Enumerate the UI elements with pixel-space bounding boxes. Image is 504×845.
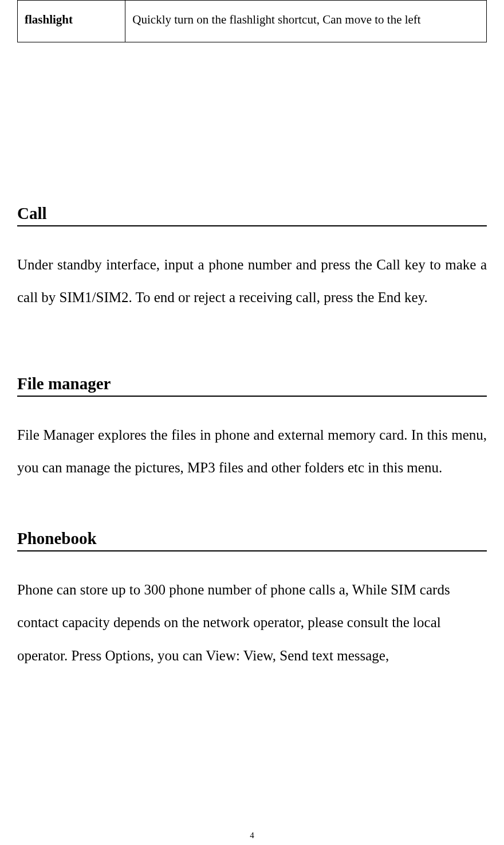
page-content: flashlight Quickly turn on the flashligh…: [0, 0, 504, 672]
heading-filemanager: File manager: [17, 374, 487, 397]
heading-phonebook: Phonebook: [17, 529, 487, 551]
spacer: [17, 314, 487, 374]
shortcut-table: flashlight Quickly turn on the flashligh…: [17, 0, 487, 42]
table-cell-desc: Quickly turn on the flashlight shortcut,…: [125, 1, 487, 42]
page-number: 4: [0, 831, 504, 840]
heading-call: Call: [17, 204, 487, 226]
body-filemanager: File Manager explores the files in phone…: [17, 418, 487, 484]
table-row: flashlight Quickly turn on the flashligh…: [18, 1, 487, 42]
body-phonebook: Phone can store up to 300 phone number o…: [17, 573, 487, 672]
body-call: Under standby interface, input a phone n…: [17, 248, 487, 314]
spacer: [17, 484, 487, 529]
table-cell-label: flashlight: [18, 1, 125, 42]
spacer: [17, 42, 487, 204]
table-container: flashlight Quickly turn on the flashligh…: [17, 0, 487, 42]
